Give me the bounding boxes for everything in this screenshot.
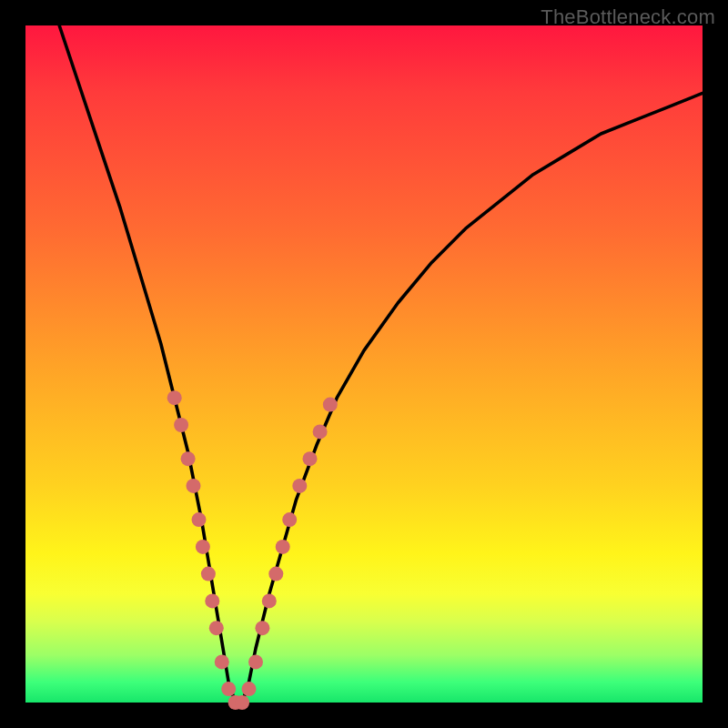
curve-dot: [174, 418, 188, 432]
curve-dot: [323, 398, 338, 412]
curve-dot: [192, 512, 207, 527]
curve-dot: [167, 390, 182, 405]
curve-dot: [196, 540, 210, 554]
chart-svg: [25, 25, 703, 703]
curve-dot: [276, 540, 290, 554]
attribution-label: TheBottleneck.com: [541, 5, 715, 29]
curve-dot: [313, 424, 328, 439]
curve-dot: [303, 451, 318, 466]
curve-dot: [282, 512, 297, 527]
chart-plot-area: [25, 25, 703, 703]
curve-data-dots: [167, 390, 338, 710]
curve-dot: [235, 695, 249, 710]
curve-dot: [255, 621, 269, 635]
curve-dot: [242, 682, 257, 696]
curve-dot: [268, 567, 283, 581]
curve-dot: [248, 654, 263, 669]
bottleneck-curve: [59, 25, 703, 703]
curve-dot: [209, 621, 224, 635]
curve-dot: [221, 682, 236, 696]
curve-dot: [262, 593, 277, 608]
curve-dot: [215, 654, 229, 669]
curve-dot: [181, 451, 196, 466]
curve-dot: [187, 479, 201, 493]
curve-dot: [292, 479, 307, 493]
curve-dot: [201, 567, 216, 581]
curve-dot: [205, 593, 219, 608]
chart-frame: TheBottleneck.com: [0, 0, 728, 728]
